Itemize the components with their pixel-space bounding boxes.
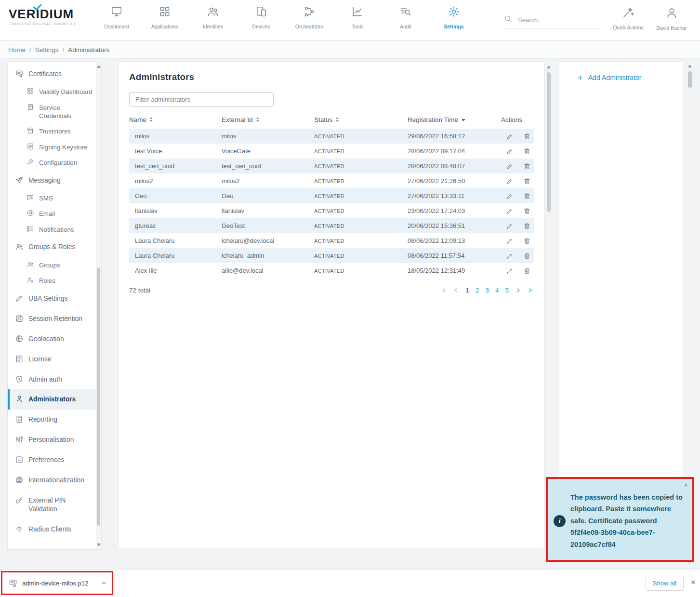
table-row[interactable]: gtureacGeoTestACTIVATED20/06/2022 15:36:… [129, 218, 534, 233]
nav-item-applications[interactable]: Applications [141, 5, 189, 29]
show-all-button[interactable]: Show all [646, 576, 684, 591]
edit-button[interactable] [506, 133, 514, 140]
column-header-status[interactable]: Status [314, 116, 408, 123]
page-4[interactable]: 4 [495, 287, 499, 294]
sidebar-item-radius-clients[interactable]: Radius Clients [8, 519, 101, 540]
scrollbar-up-arrow[interactable] [688, 65, 692, 67]
sidebar-item-sms[interactable]: SMS [8, 191, 101, 206]
page-5[interactable]: 5 [505, 287, 509, 294]
breadcrumb-home[interactable]: Home [8, 46, 26, 53]
sidebar-item-service-credentials[interactable]: Service Credentials [8, 100, 101, 124]
download-bar-close-icon[interactable]: × [691, 578, 696, 586]
page-scrollbar[interactable] [686, 62, 693, 548]
nav-item-devices[interactable]: Devices [237, 5, 285, 29]
sidebar-item-truststores[interactable]: Truststores [8, 124, 101, 139]
previous-page-button[interactable] [453, 287, 459, 293]
table-row[interactable]: GeoGeoACTIVATED27/06/2022 13:33:11 [129, 188, 534, 203]
content-scrollbar[interactable] [546, 62, 552, 548]
nav-item-audit[interactable]: Audit [382, 5, 430, 29]
sidebar-item-configuration[interactable]: Configuration [8, 155, 101, 170]
delete-button[interactable] [523, 252, 531, 260]
sidebar-item-certificates[interactable]: Certificates [8, 64, 101, 84]
sidebar-item-messaging[interactable]: Messaging [8, 171, 101, 191]
nav-item-tools[interactable]: Tools [333, 5, 382, 29]
delete-button[interactable] [523, 162, 531, 170]
edit-button[interactable] [506, 207, 514, 215]
sidebar-item-administrators[interactable]: Administrators [8, 389, 101, 410]
user-menu[interactable]: David Kuchar [651, 6, 692, 31]
column-header-external-id[interactable]: External Id [222, 116, 314, 123]
edit-button[interactable] [506, 147, 514, 155]
sidebar-item-roles[interactable]: Roles [8, 273, 101, 289]
sidebar-item-signing-keystore[interactable]: Signing Keystore [8, 139, 101, 155]
scrollbar-up-arrow[interactable] [547, 66, 551, 68]
search-icon[interactable] [504, 14, 513, 25]
last-page-button[interactable] [528, 287, 534, 293]
nav-item-orchestrator[interactable]: Orchestrator [285, 5, 333, 29]
table-row[interactable]: milosmilosACTIVATED29/06/2022 16:58:12 [129, 129, 534, 144]
delete-button[interactable] [523, 267, 531, 275]
delete-button[interactable] [523, 177, 531, 185]
quick-actions-button[interactable]: Quick Actions [610, 6, 647, 30]
breadcrumb-settings[interactable]: Settings [35, 46, 59, 53]
download-item[interactable]: admin-device-milos.p12 [1, 571, 113, 595]
sidebar-item-personalisation[interactable]: Personalisation [8, 430, 101, 450]
table-row[interactable]: Alex Ilieailie@dev.localACTIVATED18/05/2… [129, 263, 534, 278]
sidebar-item-preferences[interactable]: Preferences [8, 450, 101, 470]
delete-button[interactable] [523, 237, 531, 245]
table-row[interactable]: test VoiceVoiceGateACTIVATED28/06/2022 0… [129, 144, 534, 159]
edit-button[interactable] [506, 252, 514, 260]
nav-item-settings[interactable]: Settings [430, 5, 478, 29]
sidebar-item-license[interactable]: License [8, 349, 101, 370]
table-row[interactable]: Laura Chelarulchelaru@dev.localACTIVATED… [129, 233, 534, 248]
sidebar-item-external-pin-validation[interactable]: External PIN Validation [8, 491, 101, 519]
sidebar-item-uba-settings[interactable]: UBA Settings [8, 289, 101, 309]
chevron-up-icon[interactable] [101, 580, 107, 586]
filter-administrators-input[interactable] [129, 92, 274, 106]
next-page-button[interactable] [515, 287, 521, 293]
column-header-registration-time[interactable]: Registration Time [408, 116, 501, 123]
first-page-button[interactable] [440, 287, 447, 293]
sidebar-item-notifications[interactable]: Notifications [8, 222, 101, 237]
edit-button[interactable] [506, 192, 514, 200]
search-input[interactable] [517, 16, 589, 24]
sidebar-scrollbar[interactable] [96, 62, 101, 549]
sidebar-item-email[interactable]: Email [8, 206, 101, 222]
scrollbar-thumb[interactable] [547, 72, 551, 212]
table-row[interactable]: test_cert_uuidtest_cert_uuidACTIVATED28/… [129, 159, 534, 173]
toast-close-icon[interactable]: × [684, 481, 688, 489]
page-2[interactable]: 2 [475, 287, 479, 294]
scrollbar-thumb[interactable] [97, 268, 100, 526]
sidebar-item-groups[interactable]: Groups [8, 257, 101, 273]
sidebar-item-groups-roles[interactable]: Groups & Roles [8, 237, 101, 257]
page-3[interactable]: 3 [485, 287, 489, 294]
delete-button[interactable] [523, 192, 531, 200]
page-1[interactable]: 1 [465, 287, 469, 294]
scrollbar-down-arrow[interactable] [97, 544, 101, 546]
scrollbar-thumb[interactable] [688, 71, 692, 88]
veridium-logo[interactable]: VERIDIUM TRUSTED DIGITAL IDENTITY [9, 8, 77, 26]
table-row[interactable]: ltanislavltanislavACTIVATED23/06/2022 17… [129, 203, 534, 218]
edit-button[interactable] [506, 267, 514, 275]
sidebar-item-validity-dashboard[interactable]: Validity Dashboard [8, 84, 101, 100]
edit-button[interactable] [506, 162, 514, 170]
nav-item-identities[interactable]: Identities [189, 5, 237, 29]
delete-button[interactable] [523, 133, 531, 140]
table-row[interactable]: Laura Chelarulchelaru_adminACTIVATED08/0… [129, 248, 534, 263]
sidebar-item-session-retention[interactable]: Session Retention [8, 309, 101, 329]
delete-button[interactable] [523, 207, 531, 215]
column-header-name[interactable]: Name [129, 116, 222, 123]
edit-button[interactable] [506, 222, 514, 230]
add-administrator-button[interactable]: Add Administrator [577, 74, 683, 81]
sidebar-item-internationalization[interactable]: Internationalization [8, 470, 101, 491]
edit-button[interactable] [506, 177, 514, 185]
nav-item-dashboard[interactable]: Dashboard [92, 5, 141, 29]
sidebar-item-geolocation[interactable]: Geolocation [8, 329, 101, 349]
sidebar-item-reporting[interactable]: Reporting [8, 410, 101, 430]
sidebar-item-admin-auth[interactable]: Admin auth [8, 370, 101, 390]
edit-button[interactable] [506, 237, 514, 245]
scrollbar-up-arrow[interactable] [97, 65, 101, 68]
delete-button[interactable] [523, 147, 531, 155]
delete-button[interactable] [523, 222, 531, 230]
table-row[interactable]: milos2milos2ACTIVATED27/06/2022 21:26:50 [129, 173, 534, 188]
